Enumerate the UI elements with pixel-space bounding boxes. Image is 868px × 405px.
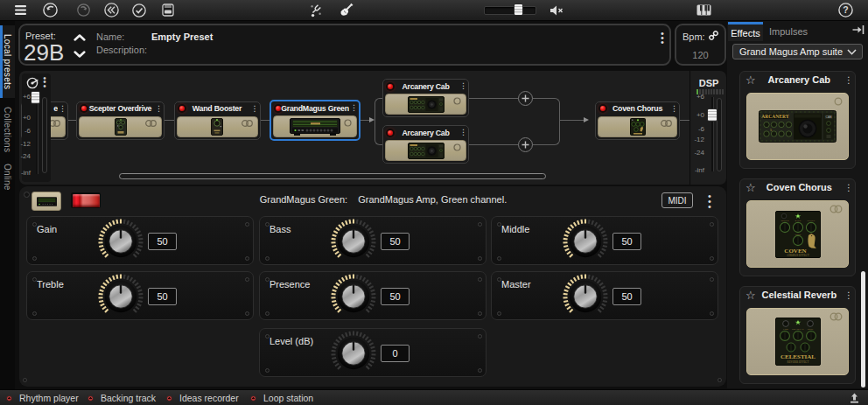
chain-block-coven-chorus[interactable]: Coven Chorus ⋮ <box>595 101 680 140</box>
menu-icon[interactable] <box>12 0 28 20</box>
redo-icon[interactable] <box>75 0 91 20</box>
collapse-panel-icon[interactable] <box>852 24 866 37</box>
chain-block-wand-booster[interactable]: Wand Booster ⋮ <box>174 101 261 140</box>
sidebar-tab-collections[interactable]: Collections <box>0 103 15 156</box>
block-menu-icon[interactable]: ⋮ <box>349 104 359 112</box>
block-menu-icon[interactable]: ⋮ <box>458 82 468 90</box>
mono-icon <box>834 97 843 106</box>
bpm-link-icon[interactable] <box>708 30 720 42</box>
export-icon[interactable] <box>849 393 861 403</box>
device-image-amp-head <box>290 118 340 136</box>
block-menu-icon[interactable]: ⋮ <box>669 105 679 113</box>
tab-impulses[interactable]: Impulses <box>766 22 811 41</box>
middle-knob[interactable] <box>562 218 609 265</box>
revert-preset-icon[interactable] <box>103 0 119 20</box>
presence-knob[interactable] <box>330 273 377 320</box>
screw-icon <box>32 256 37 261</box>
guitar-icon[interactable] <box>337 0 354 20</box>
screw-icon <box>478 277 482 282</box>
effect-suite-dropdown[interactable]: Grand Magus Amp suite <box>732 44 863 59</box>
chain-block-scepter-overdrive[interactable]: Scepter Overdrive ⋮ <box>76 101 164 140</box>
block-body[interactable] <box>598 116 677 137</box>
chain-block-grandmagus-green[interactable]: GrandMagus Green ⋮ <box>270 100 360 141</box>
effect-card-coven-chorus[interactable]: ☆ Coven Chorus ⋮ DEPTH RATE LEVEL TONE <box>739 178 856 276</box>
master-knob[interactable] <box>562 273 609 320</box>
block-menu-icon[interactable]: ⋮ <box>58 105 67 113</box>
block-body[interactable] <box>177 116 258 137</box>
block-menu-icon[interactable]: ⋮ <box>458 129 468 136</box>
stereo-icon <box>830 312 843 321</box>
treble-knob[interactable] <box>97 273 144 320</box>
signal-chain-canvas[interactable]: e ⋮ Scepter Overdrive ⋮ Wand Booster <box>19 71 726 185</box>
input-menu-icon[interactable]: ••• <box>40 77 49 89</box>
level-knob[interactable] <box>330 330 377 377</box>
sidebar-tab-local-presets[interactable]: Local presets <box>0 25 15 98</box>
dsp-output-fader[interactable] <box>707 108 718 122</box>
effect-card-celestial-reverb[interactable]: ☆ Celestial Reverb ⋮ LOW PRE DELAY HIGH <box>739 286 856 384</box>
level-value-box[interactable]: 0 <box>381 345 410 362</box>
card-menu-icon[interactable]: ⋮ <box>843 76 855 84</box>
panel-vertical-scrollbar[interactable] <box>861 271 865 388</box>
presence-value-box[interactable]: 50 <box>381 288 410 305</box>
insert-block-button-bottom[interactable] <box>518 137 533 152</box>
metronome-icon[interactable] <box>160 0 176 20</box>
screw-icon <box>32 311 37 316</box>
help-icon[interactable]: ? <box>836 0 854 20</box>
tuner-icon[interactable] <box>307 0 325 20</box>
undo-icon[interactable] <box>42 0 58 20</box>
device-image-chorus-pedal <box>630 118 646 136</box>
ideas-recorder-button[interactable]: Ideas recorder <box>167 390 239 405</box>
dsp-scale-minus6: -6 <box>690 126 704 133</box>
loop-station-button[interactable]: Loop station <box>251 390 313 405</box>
svg-text:HIGH: HIGH <box>807 328 813 331</box>
tab-label: Impulses <box>769 26 808 37</box>
screw-icon <box>265 256 270 261</box>
card-title: Celestial Reverb <box>756 290 843 300</box>
chevron-down-icon <box>847 49 857 55</box>
block-body[interactable] <box>385 140 466 161</box>
card-menu-icon[interactable]: ⋮ <box>843 291 855 299</box>
block-body[interactable] <box>273 115 357 137</box>
bass-value-box[interactable]: 50 <box>381 233 410 250</box>
master-value-box[interactable]: 50 <box>612 288 641 305</box>
midi-keyboard-icon[interactable] <box>695 0 712 20</box>
input-gain-fader[interactable] <box>31 91 40 104</box>
chain-block-arcanery-cab-b[interactable]: Arcanery Cab ⋮ <box>382 125 469 164</box>
rhythm-player-button[interactable]: Rhythm player <box>7 390 79 405</box>
sidebar-tab-online[interactable]: Online <box>0 159 15 194</box>
preset-down-button[interactable] <box>74 50 88 59</box>
preset-up-button[interactable] <box>74 33 88 43</box>
midi-button[interactable]: MIDI <box>662 192 693 208</box>
gain-value-box[interactable]: 50 <box>148 233 177 250</box>
confirm-icon[interactable] <box>131 0 147 20</box>
tab-effects[interactable]: Effects <box>728 22 763 41</box>
favorite-star-icon[interactable]: ☆ <box>746 74 756 86</box>
knob-panel-treble: Treble 50 <box>26 271 254 320</box>
preset-menu-icon[interactable]: ••• <box>656 31 668 45</box>
gain-knob[interactable] <box>97 218 144 265</box>
input-scale-plus6: +6 <box>19 94 31 101</box>
dsp-meter-segment <box>708 89 710 94</box>
block-body[interactable] <box>79 116 162 137</box>
insert-block-button-top[interactable] <box>518 91 533 106</box>
effect-card-arcanery-cab[interactable]: ☆ Arcanery Cab ⋮ ARCANERY 5 <box>739 71 856 169</box>
chain-block-arcanery-cab-a[interactable]: Arcanery Cab ⋮ <box>382 79 469 117</box>
bpm-value[interactable]: 120 <box>676 50 724 60</box>
editor-menu-icon[interactable]: ••• <box>704 192 716 208</box>
block-menu-icon[interactable]: ⋮ <box>154 105 164 113</box>
block-body[interactable] <box>385 94 466 115</box>
volume-slider-handle[interactable] <box>514 3 523 16</box>
treble-value-box[interactable]: 50 <box>148 288 177 305</box>
card-menu-icon[interactable]: ⋮ <box>843 184 855 192</box>
sidebar-tab-label: Online <box>3 164 12 191</box>
favorite-star-icon[interactable]: ☆ <box>746 290 756 301</box>
middle-value-box[interactable]: 50 <box>612 233 641 250</box>
canvas-horizontal-scrollbar[interactable] <box>119 173 546 179</box>
backing-track-button[interactable]: Backing track <box>88 390 156 405</box>
preset-name-value[interactable]: Empty Preset <box>151 31 213 42</box>
favorite-star-icon[interactable]: ☆ <box>746 182 756 193</box>
bass-knob[interactable] <box>330 218 377 265</box>
block-menu-icon[interactable]: ⋮ <box>250 105 260 113</box>
mute-icon[interactable] <box>548 0 565 20</box>
output-volume-slider[interactable] <box>484 0 536 20</box>
